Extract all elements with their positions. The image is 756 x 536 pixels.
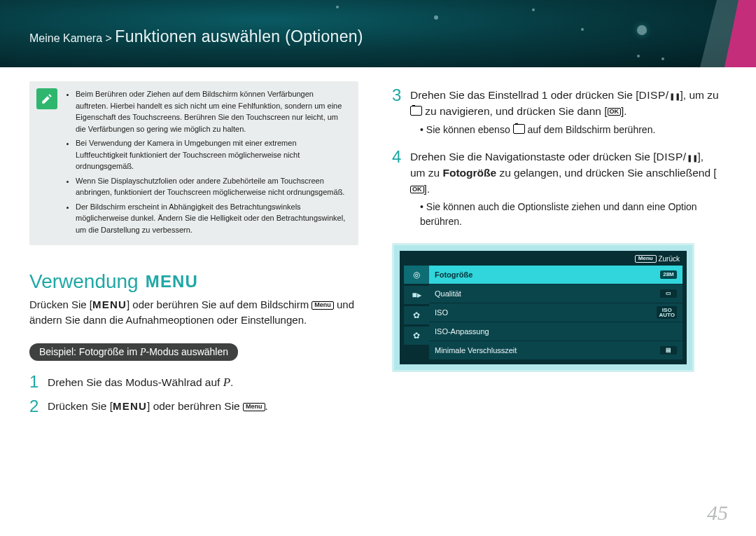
note-item: Beim Berühren oder Ziehen auf dem Bildsc… — [76, 88, 347, 135]
note-item: Der Bildschirm erscheint in Abhängigkeit… — [76, 201, 347, 236]
screen-option-list: Fotogröße 28M Qualität ▭ ISO ISO AUTO — [429, 266, 682, 360]
camera-screenshot: Menu Zurück ◎ ■▶ ✿ ✿ Fotogröße — [392, 243, 694, 372]
menu-key-icon: MENU — [146, 272, 198, 291]
note-item: Wenn Sie Displayschutzfolien oder andere… — [76, 175, 347, 198]
example-pill: Beispiel: Fotogröße im P-Modus auswählen — [29, 343, 238, 361]
list-item: ISO-Anpassung — [429, 322, 682, 341]
menu-key-inline: MENU — [92, 298, 127, 310]
step-4-sub: Sie können auch die Optionsliste ziehen … — [420, 200, 721, 229]
menu-button-icon: Menu — [243, 403, 265, 411]
tab-custom-icon: ✿ — [404, 306, 429, 324]
section-lead: Drücken Sie [MENU] oder berühren Sie auf… — [29, 297, 358, 328]
pause-icon: ❚❚ — [687, 154, 698, 162]
step-3: 3 Drehen Sie das Einstellrad 1 oder drüc… — [392, 87, 721, 142]
breadcrumb-current: Funktionen auswählen (Optionen) — [115, 27, 363, 46]
section-title-text: Verwendung — [29, 270, 139, 293]
page-header: Meine Kamera > Funktionen auswählen (Opt… — [0, 0, 756, 67]
screen-back-hint: Menu Zurück — [404, 255, 682, 266]
list-item: Qualität ▭ — [429, 284, 682, 303]
pause-icon: ❚❚ — [669, 92, 680, 100]
tab-video-icon: ■▶ — [404, 286, 429, 304]
left-column: Beim Berühren oder Ziehen auf dem Bildsc… — [29, 81, 358, 422]
screen-side-tabs: ◎ ■▶ ✿ ✿ — [404, 266, 429, 360]
manual-page: Meine Kamera > Funktionen auswählen (Opt… — [0, 0, 756, 536]
breadcrumb: Meine Kamera > Funktionen auswählen (Opt… — [29, 27, 363, 46]
info-note: Beim Berühren oder Ziehen auf dem Bildsc… — [29, 81, 358, 245]
step-1: 1 Drehen Sie das Modus-Wählrad auf P. — [29, 373, 358, 392]
menu-button-icon: Menu — [312, 301, 334, 310]
step-2: 2 Drücken Sie [MENU] oder berühren Sie M… — [29, 398, 358, 415]
tab-settings-icon: ✿ — [404, 327, 429, 345]
step-number: 4 — [392, 149, 410, 234]
right-column: 3 Drehen Sie das Einstellrad 1 oder drüc… — [392, 81, 721, 422]
list-item: Fotogröße 28M — [429, 266, 682, 284]
note-pencil-icon — [36, 88, 57, 109]
ok-key-icon: OK — [410, 186, 424, 193]
camera-icon — [513, 124, 525, 134]
menu-button-icon: Menu — [635, 255, 657, 263]
step-3-sub: Sie können ebenso auf dem Bildschirm ber… — [420, 123, 721, 137]
disp-key: DISP/ — [657, 151, 687, 163]
step-4: 4 Drehen Sie die Navigationstaste oder d… — [392, 149, 721, 234]
menu-key-inline: MENU — [113, 400, 147, 412]
step-number: 2 — [29, 398, 48, 415]
disp-key: DISP/ — [639, 89, 669, 101]
accent-graphic — [693, 0, 756, 67]
list-item: ISO ISO AUTO — [429, 303, 682, 322]
bold-term: Fotogröße — [443, 167, 497, 179]
page-number: 45 — [707, 501, 728, 525]
breadcrumb-parent: Meine Kamera > — [29, 32, 115, 44]
list-item: Minimale Verschlusszeit ▤ — [429, 341, 682, 360]
tab-photo-icon: ◎ — [404, 266, 429, 284]
step-number: 3 — [392, 87, 410, 142]
ok-key-icon: OK — [608, 108, 622, 116]
note-item: Bei Verwendung der Kamera in Umgebungen … — [76, 137, 347, 172]
section-heading: Verwendung MENU — [29, 270, 358, 293]
camera-icon — [410, 106, 422, 116]
step-number: 1 — [29, 373, 48, 392]
